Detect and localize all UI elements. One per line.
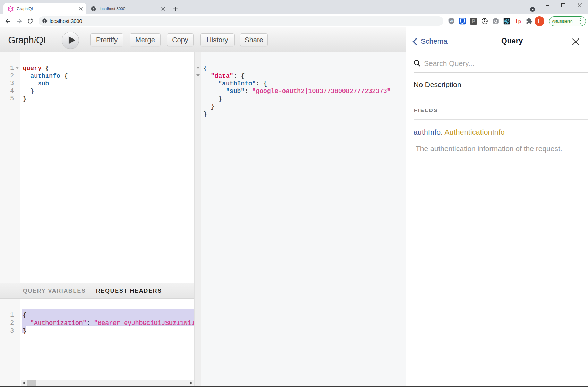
svg-text:UD: UD: [450, 19, 453, 22]
